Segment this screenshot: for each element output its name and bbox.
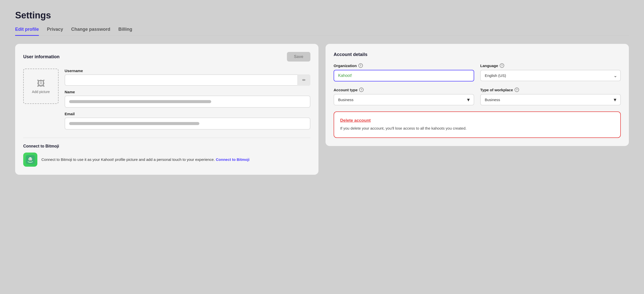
user-information-card: User information Save 🖼 Add picture User… — [15, 44, 318, 175]
tab-billing[interactable]: Billing — [118, 27, 132, 36]
bitmoji-section: Connect to Bitmoji Connect to Bitmoji to… — [23, 138, 310, 167]
email-input[interactable] — [65, 117, 310, 130]
username-input-wrapper: ✏ — [65, 74, 310, 86]
svg-point-2 — [29, 159, 30, 159]
workplace-select[interactable]: Business School University Home — [480, 94, 621, 105]
page-title: Settings — [15, 10, 629, 21]
email-group: Email — [65, 112, 310, 130]
avatar-upload-box[interactable]: 🖼 Add picture — [23, 69, 59, 104]
user-info-row: 🖼 Add picture Username ✏ Nam — [23, 69, 310, 130]
account-details-grid: Organization ? Language ? English (US) E… — [334, 63, 621, 105]
username-label: Username — [65, 69, 310, 73]
language-select[interactable]: English (US) English (UK) Spanish French — [480, 70, 621, 81]
tab-change-password[interactable]: Change password — [71, 27, 110, 36]
organization-help-icon[interactable]: ? — [358, 63, 363, 68]
delete-account-box: Delete account If you delete your accoun… — [334, 111, 621, 138]
delete-account-description: If you delete your account, you'll lose … — [340, 126, 614, 131]
language-label: Language ? — [480, 63, 621, 68]
tabs-nav: Edit profile Privacy Change password Bil… — [15, 27, 629, 36]
tab-edit-profile[interactable]: Edit profile — [15, 27, 39, 36]
workplace-select-wrapper: Business School University Home ▼ — [480, 94, 621, 105]
account-type-help-icon[interactable]: ? — [359, 87, 364, 92]
tab-privacy[interactable]: Privacy — [47, 27, 63, 36]
workplace-group: Type of workplace ? Business School Univ… — [480, 87, 621, 105]
name-label: Name — [65, 90, 310, 94]
workplace-help-icon[interactable]: ? — [515, 87, 519, 92]
bitmoji-logo — [23, 153, 37, 167]
name-input[interactable] — [65, 96, 310, 108]
bitmoji-connect-link[interactable]: Connect to Bitmoji — [216, 157, 249, 162]
language-group: Language ? English (US) English (UK) Spa… — [480, 63, 621, 81]
organization-group: Organization ? — [334, 63, 474, 81]
organization-label: Organization ? — [334, 63, 474, 68]
account-type-label: Account type ? — [334, 87, 474, 92]
organization-input[interactable] — [334, 70, 474, 81]
language-help-icon[interactable]: ? — [500, 63, 504, 68]
image-icon: 🖼 — [37, 79, 45, 88]
bitmoji-svg-icon — [26, 155, 35, 164]
account-type-group: Account type ? Business Teacher Student … — [334, 87, 474, 105]
account-type-select-wrapper: Business Teacher Student Personal ▼ — [334, 94, 474, 105]
user-info-title: User information — [23, 54, 60, 60]
username-group: Username ✏ — [65, 69, 310, 86]
username-edit-button[interactable]: ✏ — [297, 74, 310, 86]
svg-point-3 — [31, 159, 32, 159]
username-input[interactable] — [65, 74, 310, 86]
bitmoji-row: Connect to Bitmoji to use it as your Kah… — [23, 153, 310, 167]
bitmoji-description: Connect to Bitmoji to use it as your Kah… — [41, 157, 250, 163]
account-details-title: Account details — [334, 52, 621, 57]
avatar-label: Add picture — [32, 90, 50, 94]
account-type-select[interactable]: Business Teacher Student Personal — [334, 94, 474, 105]
name-placeholder-bar — [69, 100, 211, 103]
workplace-label: Type of workplace ? — [480, 87, 621, 92]
form-fields: Username ✏ Name — [65, 69, 310, 130]
card-header: User information Save — [23, 52, 310, 62]
save-button[interactable]: Save — [287, 52, 310, 62]
pencil-icon: ✏ — [302, 78, 306, 82]
account-details-card: Account details Organization ? Language … — [326, 44, 629, 146]
language-select-wrapper: English (US) English (UK) Spanish French… — [480, 70, 621, 81]
bitmoji-title: Connect to Bitmoji — [23, 144, 310, 149]
name-group: Name — [65, 90, 310, 108]
email-label: Email — [65, 112, 310, 116]
main-content: User information Save 🖼 Add picture User… — [15, 44, 629, 175]
email-placeholder-bar — [69, 122, 199, 125]
delete-account-link[interactable]: Delete account — [340, 118, 614, 123]
